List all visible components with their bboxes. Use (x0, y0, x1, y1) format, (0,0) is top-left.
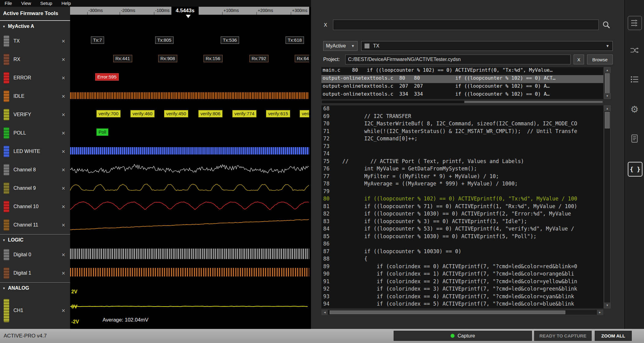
channel-row-rx[interactable]: RX× (0, 50, 70, 69)
channel-close-icon[interactable]: × (62, 307, 65, 314)
channel-label: LED WHITE (13, 149, 62, 154)
channel-close-icon[interactable]: × (62, 75, 65, 81)
search-result-row[interactable]: output-onlinetexttools.c 207 207 if ((lo… (321, 83, 603, 91)
device-select[interactable]: MyActive ▼ (323, 41, 358, 51)
collapse-arrow-icon: ▼ (2, 238, 6, 242)
channel-select[interactable]: TX ▼ (361, 41, 613, 51)
notes-icon[interactable] (628, 132, 641, 145)
signal-routing-icon[interactable] (628, 44, 641, 57)
channel-grip-icon[interactable] (4, 267, 9, 279)
scroll-down-icon[interactable]: ▼ (604, 303, 610, 308)
ready-to-capture-indicator[interactable]: READY TO CAPTURE (534, 331, 592, 341)
channel-row-led-white[interactable]: LED WHITE× (0, 142, 70, 161)
measurements-list-icon[interactable] (628, 73, 641, 86)
channel-grip-icon[interactable] (4, 201, 9, 212)
group-header-analog[interactable]: ▼ANALOG (0, 282, 70, 294)
channel-row-idle[interactable]: IDLE× (0, 87, 70, 105)
channel-close-icon[interactable]: × (62, 112, 65, 118)
code-viewer[interactable]: 6869 // I2C TRANSFER70 I2C_MasterWriteBu… (321, 105, 603, 308)
search-input[interactable] (333, 20, 599, 30)
scrollbar-thumb[interactable] (464, 101, 603, 103)
scroll-up-icon[interactable]: ▲ (604, 67, 610, 73)
channel-grip-icon[interactable] (4, 182, 9, 194)
scroll-up-icon[interactable]: ▲ (604, 106, 610, 111)
code-hscrollbar[interactable]: ◄ ► (321, 310, 603, 315)
channel-label: POLL (13, 130, 62, 136)
scrollbar-thumb[interactable] (330, 311, 565, 314)
channel-grip-icon[interactable] (4, 35, 9, 47)
results-scrollbar[interactable]: ▲ ▼ (604, 67, 611, 99)
channel-row-poll[interactable]: POLL× (0, 124, 70, 142)
channel-grip-icon[interactable] (4, 164, 9, 176)
channel-grip-icon[interactable] (4, 54, 9, 65)
channel-row-ch1[interactable]: CH1× (0, 294, 70, 327)
channel-row-channel-9[interactable]: Channel 9× (0, 179, 70, 197)
channel-row-verify[interactable]: VERIFY× (0, 105, 70, 124)
code-line: 70 I2C_MasterWriteBuf( 8, I2C_Command, s… (321, 120, 603, 128)
channel-row-digital-1[interactable]: Digital 1× (0, 264, 70, 282)
search-result-row[interactable]: output-onlinetexttools.c 334 334 if ((lo… (321, 91, 603, 99)
search-result-row[interactable]: output-onlinetexttools.c 80 80 if ((loop… (321, 75, 603, 83)
browse-button[interactable]: Browse (587, 55, 613, 64)
code-line: 77 MyFilter = ((MyFilter * 9) + MyValue)… (321, 173, 603, 181)
channel-grip-icon[interactable] (4, 299, 9, 322)
channel-row-digital-0[interactable]: Digital 0× (0, 246, 70, 264)
group-header-logic[interactable]: ▼LOGIC (0, 234, 70, 246)
scroll-down-icon[interactable]: ▼ (604, 93, 610, 99)
digital1-pulse-train (70, 268, 309, 276)
menu-help[interactable]: Help (57, 0, 76, 7)
channel-close-icon[interactable]: × (62, 185, 65, 191)
menu-bar: FileViewSetupHelp (0, 0, 311, 7)
channel-row-tx[interactable]: TX× (0, 32, 70, 50)
search-icon[interactable] (602, 20, 611, 29)
capture-device-icon[interactable] (628, 16, 642, 30)
channel-close-icon[interactable]: × (62, 130, 65, 136)
menu-setup[interactable]: Setup (36, 0, 57, 7)
project-path-input[interactable] (345, 55, 571, 64)
idle-pulse-train (70, 92, 309, 99)
channel-row-channel-10[interactable]: Channel 10× (0, 197, 70, 216)
chevron-down-icon: ▼ (606, 44, 609, 48)
channel-grip-icon[interactable] (4, 146, 9, 157)
scrollbar-thumb[interactable] (605, 112, 610, 128)
channel-close-icon[interactable]: × (62, 204, 65, 210)
channel-select-value: TX (373, 43, 379, 49)
channel-grip-icon[interactable] (4, 127, 9, 139)
scroll-right-icon[interactable]: ► (597, 310, 603, 315)
settings-gear-icon[interactable]: ⚙ (628, 103, 641, 116)
channel-grip-icon[interactable] (4, 109, 9, 120)
rx-event-label: Rx:64 (295, 55, 309, 62)
channel-grip-icon[interactable] (4, 249, 9, 261)
channel-row-error[interactable]: ERROR× (0, 69, 70, 87)
project-clear-button[interactable]: X (574, 55, 584, 64)
cursor-marker-icon[interactable] (186, 15, 191, 18)
search-result-row[interactable]: main.c 80 if ((loopcounter % 102) == 0) … (321, 67, 603, 75)
channel-close-icon[interactable]: × (62, 93, 65, 99)
channel-grip-icon[interactable] (4, 72, 9, 84)
channel-grip-icon[interactable] (4, 219, 9, 231)
channel-close-icon[interactable]: × (62, 270, 65, 276)
waveform-canvas[interactable]: -300ms-200ms-100ms+100ms+200ms+300ms 4.5… (70, 7, 309, 329)
channel-label: Channel 9 (13, 185, 62, 191)
menu-view[interactable]: View (17, 0, 36, 7)
channel-close-icon[interactable]: × (62, 38, 65, 44)
scroll-left-icon[interactable]: ◄ (322, 310, 328, 315)
device-select-value: MyActive (326, 43, 346, 49)
scrollbar-thumb[interactable] (605, 73, 610, 93)
channel-close-icon[interactable]: × (62, 167, 65, 173)
source-code-view-icon[interactable]: { } (628, 162, 642, 177)
menu-file[interactable]: File (0, 0, 17, 7)
results-hscrollbar[interactable] (321, 100, 603, 104)
channel-close-icon[interactable]: × (62, 222, 65, 228)
zoom-all-button[interactable]: ZOOM ALL (595, 331, 632, 341)
channel-close-icon[interactable]: × (62, 56, 65, 63)
channel-close-icon[interactable]: × (62, 252, 65, 258)
channel-close-icon[interactable]: × (62, 148, 65, 154)
code-vscrollbar[interactable]: ▲ ▼ (604, 105, 611, 308)
channel-row-channel-8[interactable]: Channel 8× (0, 161, 70, 179)
search-clear-button[interactable]: X (324, 20, 327, 30)
group-header-myactive-a[interactable]: ▼MyActive A (0, 21, 70, 32)
capture-button[interactable]: Capture (394, 331, 532, 341)
channel-grip-icon[interactable] (4, 90, 9, 102)
channel-row-channel-11[interactable]: Channel 11× (0, 216, 70, 234)
